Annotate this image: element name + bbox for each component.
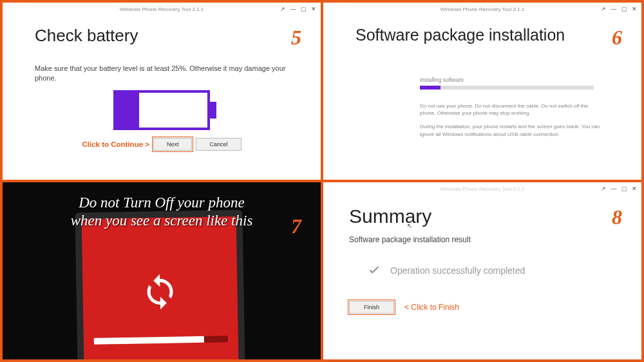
result-text: Operation successfully completed	[390, 265, 525, 276]
progress-bar	[420, 86, 594, 90]
warning-note-1: Do not use your phone. Do not disconnect…	[420, 102, 600, 117]
step-number: 8	[612, 205, 622, 229]
overlay-line1: Do not Turn Off your phone	[3, 194, 321, 212]
step-number: 7	[291, 214, 301, 238]
panel-software-install: Windows Phone Recovery Tool 2.1.1 ↗ — ▢ …	[323, 3, 641, 180]
minimize-icon[interactable]: —	[611, 186, 617, 192]
overlay-line2: when you see a screen like this	[3, 212, 321, 230]
click-continue-label: Click to Continue >	[82, 140, 149, 148]
next-button[interactable]: Next	[153, 138, 193, 151]
step-number: 6	[612, 26, 622, 50]
maximize-icon[interactable]: ▢	[621, 186, 627, 192]
page-title: Summary	[349, 205, 616, 227]
panel-phone-photo: Do not Turn Off your phone when you see …	[3, 182, 321, 359]
titlebar: Windows Phone Recovery Tool 2.1.1 ↗ — ▢ …	[3, 3, 321, 15]
app-title: Windows Phone Recovery Tool 2.1.1	[120, 6, 204, 12]
minimize-icon[interactable]: —	[290, 6, 296, 12]
phone-progress-bar	[94, 336, 228, 345]
titlebar: Windows Phone Recovery Tool 2.1.1 ↗ — ▢ …	[323, 182, 641, 195]
phone-progress-fill	[94, 336, 204, 345]
page-title: Check battery	[35, 26, 289, 46]
finish-button[interactable]: Finish	[349, 301, 394, 314]
cursor-icon: ↖	[407, 222, 412, 229]
maximize-icon[interactable]: ▢	[300, 6, 307, 12]
titlebar: Windows Phone Recovery Tool 2.1.1 ↗ — ▢ …	[323, 3, 641, 15]
overlay-warning-text: Do not Turn Off your phone when you see …	[3, 194, 321, 229]
sync-arrows-icon	[140, 272, 180, 311]
app-title: Windows Phone Recovery Tool 2.1.1	[440, 6, 525, 12]
maximize-icon[interactable]: ▢	[621, 6, 627, 12]
phone-device	[75, 210, 245, 359]
panel-summary: Windows Phone Recovery Tool 2.1.1 ↗ — ▢ …	[323, 182, 641, 359]
progress-fill	[420, 86, 440, 90]
step-number: 5	[291, 26, 301, 50]
summary-subtitle: Software package installation result	[349, 235, 616, 244]
install-status: Installing software	[420, 77, 603, 83]
close-icon[interactable]: ✕	[631, 186, 638, 192]
click-finish-label: < Click to Finish	[404, 303, 459, 312]
page-title: Software package installation	[355, 26, 609, 44]
cancel-button[interactable]: Cancel	[196, 138, 241, 151]
app-title: Windows Phone Recovery Tool 2.1.1	[440, 186, 525, 192]
battery-fill	[116, 93, 139, 128]
warning-note-2: During the installation, your phone rest…	[420, 123, 600, 137]
minimize-icon[interactable]: —	[611, 6, 617, 12]
close-icon[interactable]: ✕	[310, 6, 317, 12]
close-icon[interactable]: ✕	[631, 6, 638, 12]
panel-check-battery: Windows Phone Recovery Tool 2.1.1 ↗ — ▢ …	[3, 3, 321, 180]
help-icon[interactable]: ↗	[600, 186, 607, 192]
battery-description: Make sure that your battery level is at …	[35, 64, 289, 84]
checkmark-icon	[367, 262, 381, 279]
battery-icon	[113, 90, 210, 130]
help-icon[interactable]: ↗	[600, 6, 607, 12]
phone-screen	[82, 216, 240, 359]
help-icon[interactable]: ↗	[279, 6, 286, 12]
